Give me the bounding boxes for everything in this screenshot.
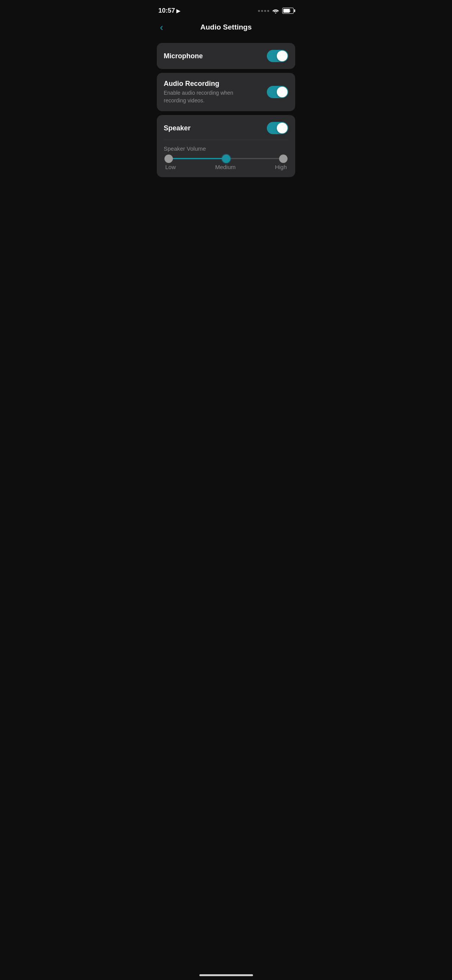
- time-display: 10:57: [158, 7, 175, 15]
- microphone-label: Microphone: [164, 52, 203, 60]
- speaker-divider: [164, 140, 288, 140]
- slider-track-fill: [165, 158, 226, 159]
- status-bar: 10:57 ▶ 66: [151, 0, 301, 19]
- audio-recording-sublabel: Enable audio recording when recording vi…: [164, 89, 252, 104]
- battery-indicator: 66: [282, 8, 294, 14]
- slider-track: [165, 158, 287, 159]
- slider-low-thumb: [164, 155, 173, 163]
- nav-header: ‹ Audio Settings: [151, 19, 301, 39]
- audio-recording-toggle[interactable]: [267, 86, 288, 98]
- location-arrow-icon: ▶: [176, 8, 180, 14]
- chevron-left-icon: ‹: [160, 21, 163, 33]
- page-title: Audio Settings: [200, 23, 251, 31]
- audio-recording-label: Audio Recording: [164, 80, 252, 88]
- battery-level: 66: [283, 8, 293, 13]
- wifi-icon: [272, 8, 279, 13]
- slider-labels: Low Medium High: [165, 164, 287, 170]
- slider-label-low: Low: [165, 164, 176, 170]
- audio-recording-card: Audio Recording Enable audio recording w…: [157, 73, 295, 111]
- status-right-icons: 66: [258, 8, 294, 14]
- microphone-row: Microphone: [164, 50, 288, 62]
- slider-high-thumb: [279, 155, 288, 163]
- microphone-toggle-thumb: [277, 51, 288, 61]
- slider-medium-thumb: [222, 155, 230, 163]
- speaker-row: Speaker: [164, 122, 288, 134]
- speaker-card: Speaker Speaker Volume Low Medium High: [157, 115, 295, 177]
- audio-recording-text: Audio Recording Enable audio recording w…: [164, 80, 252, 104]
- slider-label-high: High: [275, 164, 287, 170]
- slider-label-medium: Medium: [215, 164, 235, 170]
- settings-container: Microphone Audio Recording Enable audio …: [151, 39, 301, 181]
- back-button[interactable]: ‹: [157, 18, 166, 36]
- svg-point-0: [275, 13, 276, 14]
- volume-slider[interactable]: Low Medium High: [165, 158, 287, 170]
- speaker-volume-label: Speaker Volume: [164, 145, 288, 152]
- status-time: 10:57 ▶: [158, 7, 180, 15]
- microphone-toggle[interactable]: [267, 50, 288, 62]
- speaker-label: Speaker: [164, 124, 191, 132]
- speaker-toggle[interactable]: [267, 122, 288, 134]
- microphone-card: Microphone: [157, 43, 295, 69]
- audio-recording-toggle-thumb: [277, 87, 288, 97]
- audio-recording-row: Audio Recording Enable audio recording w…: [164, 80, 288, 104]
- speaker-toggle-thumb: [277, 123, 288, 133]
- signal-icon: [258, 10, 269, 12]
